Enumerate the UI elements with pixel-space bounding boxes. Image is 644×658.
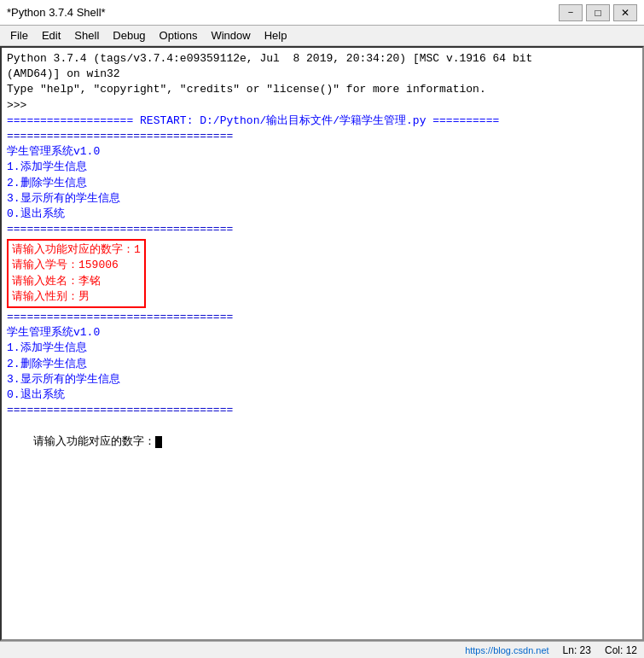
python-header-line3: Type "help", "copyright", "credits" or "… (7, 82, 637, 97)
menu-file[interactable]: File (3, 27, 35, 44)
maximize-button[interactable]: □ (586, 4, 610, 21)
window-title: *Python 3.7.4 Shell* (7, 6, 106, 19)
shell-output[interactable]: Python 3.7.4 (tags/v3.7.4:e09359112e, Ju… (0, 46, 644, 641)
menu-window[interactable]: Window (204, 27, 257, 44)
status-link: https://blog.csdn.net (465, 645, 548, 655)
menu-item-1-1: 1.添加学生信息 (7, 160, 637, 175)
title-buttons: － □ ✕ (559, 4, 637, 21)
menu-edit[interactable]: Edit (35, 27, 67, 44)
separator-4: ================================== (7, 403, 637, 418)
menu-item-2-1: 1.添加学生信息 (7, 341, 637, 356)
status-col: Col: 12 (605, 644, 637, 656)
menu-options[interactable]: Options (153, 27, 205, 44)
prompt-text: 请输入功能对应的数字： (33, 435, 155, 448)
menu-title-1: 学生管理系统v1.0 (7, 144, 637, 160)
separator-2: ================================== (7, 222, 637, 237)
restart-line: =================== RESTART: D:/Python/输… (7, 114, 637, 129)
python-prompt-initial: >>> (7, 98, 637, 114)
input-line-3: 请输入姓名：李铭 (12, 274, 141, 289)
status-ln: Ln: 23 (563, 644, 591, 656)
input-block: 请输入功能对应的数字：1 请输入学号：159006 请输入姓名：李铭 请输入性别… (7, 239, 146, 308)
python-header-line2: (AMD64)] on win32 (7, 67, 637, 82)
status-bar: https://blog.csdn.net Ln: 23 Col: 12 (0, 641, 644, 658)
menu-help[interactable]: Help (258, 27, 294, 44)
menu-item-1-4: 0.退出系统 (7, 207, 637, 222)
menu-item-2-2: 2.删除学生信息 (7, 357, 637, 372)
cursor (155, 436, 162, 448)
menu-item-1-2: 2.删除学生信息 (7, 176, 637, 191)
menu-bar: File Edit Shell Debug Options Window Hel… (0, 26, 644, 46)
input-line-4: 请输入性别：男 (12, 289, 141, 305)
menu-item-2-4: 0.退出系统 (7, 387, 637, 403)
menu-item-2-3: 3.显示所有的学生信息 (7, 372, 637, 387)
separator-3: ================================== (7, 310, 637, 325)
input-line-2: 请输入学号：159006 (12, 258, 141, 273)
close-button[interactable]: ✕ (613, 4, 637, 21)
status-right: https://blog.csdn.net Ln: 23 Col: 12 (465, 644, 637, 656)
minimize-button[interactable]: － (559, 4, 583, 21)
title-bar: *Python 3.7.4 Shell* － □ ✕ (0, 0, 644, 26)
menu-item-1-3: 3.显示所有的学生信息 (7, 191, 637, 207)
input-line-1: 请输入功能对应的数字：1 (12, 242, 141, 258)
menu-title-2: 学生管理系统v1.0 (7, 325, 637, 341)
python-header-line1: Python 3.7.4 (tags/v3.7.4:e09359112e, Ju… (7, 51, 637, 67)
separator-1: ================================== (7, 129, 637, 144)
menu-debug[interactable]: Debug (106, 27, 152, 44)
active-prompt-line: 请输入功能对应的数字： (7, 418, 637, 465)
menu-shell[interactable]: Shell (67, 27, 106, 44)
